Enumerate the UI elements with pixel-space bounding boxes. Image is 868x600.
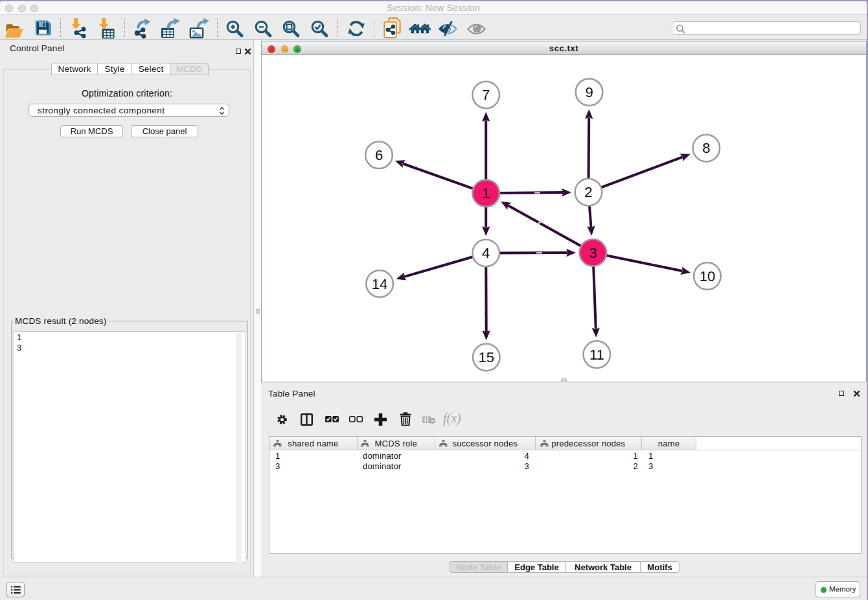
- svg-text:7: 7: [482, 87, 490, 103]
- svg-text:6: 6: [375, 147, 383, 163]
- svg-text:8: 8: [702, 140, 710, 156]
- svg-text:3: 3: [589, 245, 597, 261]
- svg-text:1: 1: [482, 185, 490, 202]
- svg-text:10: 10: [700, 268, 715, 284]
- svg-text:14: 14: [372, 276, 387, 292]
- svg-text:4: 4: [482, 245, 490, 261]
- svg-text:15: 15: [479, 349, 494, 365]
- svg-text:9: 9: [585, 84, 593, 100]
- svg-text:11: 11: [589, 347, 604, 363]
- svg-text:2: 2: [584, 184, 592, 200]
